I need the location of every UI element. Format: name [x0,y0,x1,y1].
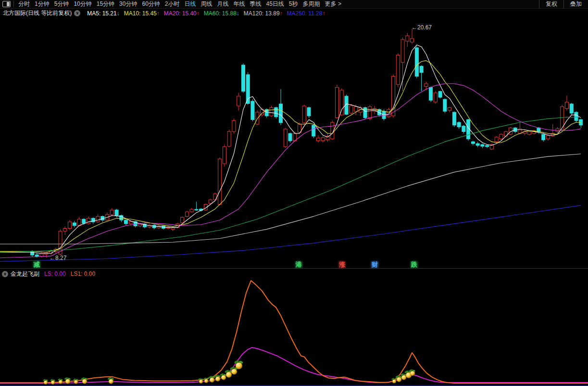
panel-toggle-icon[interactable] [2,1,11,7]
sub-indicator-lines [0,281,588,383]
event-marker-港[interactable]: 港 [295,261,303,269]
ma-label-MA60[interactable]: MA60: 15.88↓ [204,10,239,17]
low-price-label: ←8.27 [50,255,66,261]
toolbar-separator [13,1,14,7]
main-chart-canvas[interactable] [0,0,588,386]
toolbar-item-分时[interactable]: 分时 [16,0,32,8]
toolbar-item-5秒[interactable]: 5秒 [287,0,300,8]
ma-label-MA20[interactable]: MA20: 15.40↑ [164,10,200,17]
event-marker-减[interactable]: 减 [33,261,41,269]
up-arrow-icon: ↑ [157,10,160,17]
toolbar-item-45日线[interactable]: 45日线 [264,0,287,8]
toolbar-item-15分钟[interactable]: 15分钟 [94,0,117,8]
candlestick-series [31,29,583,257]
toolbar-item-5分钟[interactable]: 5分钟 [52,0,72,8]
toolbar-item-周线[interactable]: 周线 [199,0,215,8]
toolbar-item-月线[interactable]: 月线 [215,0,231,8]
period-toolbar: 分时1分钟5分钟10分钟15分钟30分钟60分钟2小时日线周线月线年线季线45日… [0,0,588,9]
toolbar-item-30分钟[interactable]: 30分钟 [117,0,139,8]
chevron-down-circle-icon[interactable]: ∨ [2,271,8,277]
toolbar-item-10分钟[interactable]: 10分钟 [71,0,94,8]
stock-title[interactable]: 北方国际(日线 等比前复权) [3,9,72,17]
panel-divider[interactable] [0,268,588,269]
toolbar-item-叠加[interactable]: 叠加 [563,0,588,8]
down-arrow-icon: ↓ [237,10,239,17]
toolbar-item-2小时[interactable]: 2小时 [163,0,182,8]
toolbar-item-季线[interactable]: 季线 [248,0,264,8]
event-marker-涨[interactable]: 涨 [338,261,346,269]
chevron-down-circle-icon[interactable]: ∨ [74,10,80,16]
info-bar: 北方国际(日线 等比前复权) ∨ MA5: 15.21↓MA10: 15.45↑… [0,9,588,18]
high-price-label: ←20.67 [412,24,432,31]
toolbar-item-复权[interactable]: 复权 [539,0,563,8]
up-arrow-icon: ↑ [280,10,283,17]
ma-label-MA10[interactable]: MA10: 15.45↑ [124,10,160,17]
toolbar-item-更多 >[interactable]: 更多 > [323,0,344,8]
ma-label-MA5[interactable]: MA5: 15.21↓ [87,10,119,17]
toolbar-item-60分钟[interactable]: 60分钟 [139,0,162,8]
event-marker-跌[interactable]: 跌 [410,261,418,269]
ma-label-MA120[interactable]: MA120: 13.89↑ [244,10,283,17]
up-arrow-icon: ↑ [322,10,325,17]
buy-signal-arrow: ← [52,247,58,254]
toolbar-item-年线[interactable]: 年线 [231,0,248,8]
up-arrow-icon: ↑ [197,10,200,17]
toolbar-item-日线[interactable]: 日线 [182,0,199,8]
ma-lines [0,45,581,261]
down-arrow-icon: ↓ [117,10,120,17]
toolbar-item-多周期[interactable]: 多周期 [300,0,323,8]
ls1-value: LS1: 0.00 [71,270,95,277]
toolbar-item-1分钟[interactable]: 1分钟 [32,0,52,8]
ma-label-MA250[interactable]: MA250: 11.28↑ [287,10,325,17]
indicator-name[interactable]: 金龙起飞副 [11,270,39,278]
sub-panel-header: ∨ 金龙起飞副 LS: 0.00 LS1: 0.00 [0,270,95,278]
event-marker-财[interactable]: 财 [371,261,379,269]
ls-value: LS: 0.00 [44,270,66,277]
